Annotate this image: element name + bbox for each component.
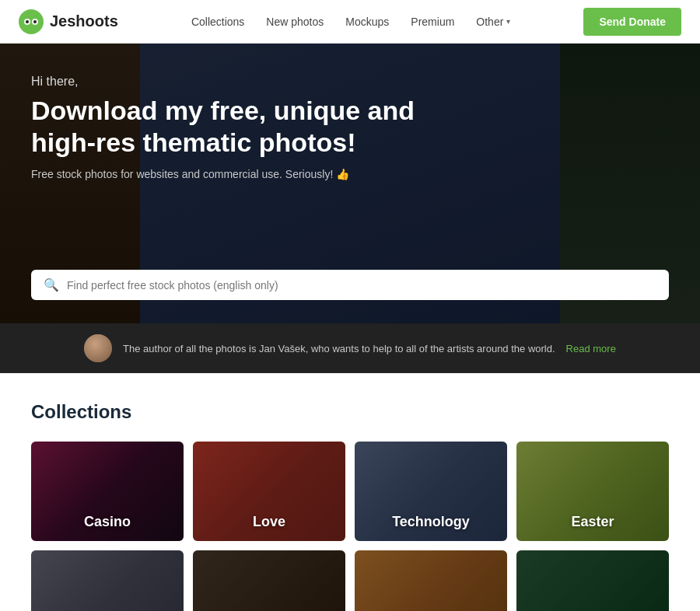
main-nav: Collections New photos Mockups Premium O… (191, 16, 510, 28)
card-overlay (31, 550, 184, 611)
search-bar: 🔍 (31, 270, 669, 300)
hero-title: Download my free, unique and high-res th… (31, 95, 436, 159)
collection-card-healthy[interactable]: Healthy (355, 550, 507, 611)
collection-label-love: Love (193, 514, 345, 530)
hero-section: Hi there, Download my free, unique and h… (0, 44, 700, 323)
hero-subtitle: Free stock photos for websites and comme… (31, 168, 436, 180)
svg-point-4 (33, 20, 37, 23)
hero-greeting: Hi there, (31, 75, 436, 89)
collection-card-drone[interactable]: Drone (516, 550, 669, 611)
collection-card-sport[interactable]: Sport (31, 550, 184, 611)
card-overlay (193, 550, 345, 611)
read-more-link[interactable]: Read more (566, 343, 616, 354)
card-overlay (516, 550, 669, 611)
collection-label-casino: Casino (31, 514, 184, 530)
logo-area: Jeshoots (19, 9, 118, 34)
search-icon: 🔍 (44, 278, 59, 292)
logo-icon (19, 9, 44, 34)
nav-mockups[interactable]: Mockups (345, 16, 389, 28)
author-text: The author of all the photos is Jan Vaše… (123, 343, 555, 354)
collection-card-casino[interactable]: Casino (31, 442, 184, 541)
collection-label-easter: Easter (516, 514, 669, 530)
donate-button[interactable]: Send Donate (583, 8, 681, 36)
collection-card-love[interactable]: Love (193, 442, 345, 541)
nav-collections[interactable]: Collections (191, 16, 244, 28)
nav-new-photos[interactable]: New photos (266, 16, 324, 28)
search-input[interactable] (67, 279, 656, 292)
collections-title: Collections (31, 401, 669, 423)
header: Jeshoots Collections New photos Mockups … (0, 0, 700, 44)
avatar (84, 334, 112, 362)
chevron-down-icon: ▾ (506, 17, 510, 26)
logo-text: Jeshoots (50, 12, 118, 30)
avatar-image (84, 334, 112, 362)
hero-content: Hi there, Download my free, unique and h… (31, 75, 436, 196)
collection-label-technology: Technology (355, 514, 507, 530)
collection-card-easter[interactable]: Easter (516, 442, 669, 541)
card-overlay (355, 550, 507, 611)
svg-point-0 (19, 9, 44, 34)
nav-other[interactable]: Other ▾ (476, 16, 510, 28)
nav-premium[interactable]: Premium (411, 16, 454, 28)
svg-point-3 (26, 20, 29, 23)
collection-card-technology[interactable]: Technology (355, 442, 507, 541)
collections-grid: Casino Love Technology Easter Sport Educ… (31, 442, 669, 611)
author-bar: The author of all the photos is Jan Vaše… (0, 323, 700, 373)
collections-section: Collections Casino Love Technology Easte… (0, 373, 700, 611)
collection-card-education[interactable]: Education (193, 550, 345, 611)
